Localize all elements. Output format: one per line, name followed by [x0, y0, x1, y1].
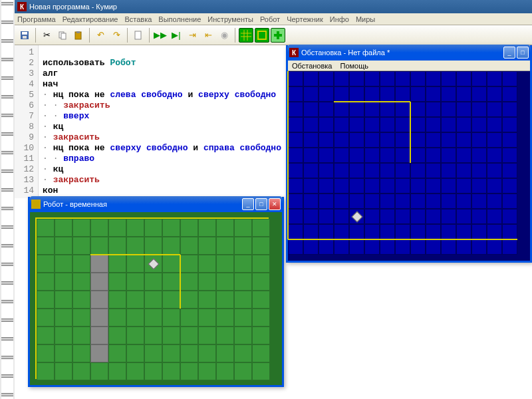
environment-window[interactable]: К Обстановка - Нет файла * _ □ Обстановк… [286, 45, 532, 263]
menu-item[interactable]: Программа [17, 15, 56, 23]
menu-item[interactable]: Инструменты [207, 15, 253, 23]
menu-item[interactable]: Выполнение [158, 15, 201, 23]
minimize-button[interactable]: _ [242, 198, 254, 210]
line-gutter: 1234567891011121314 [15, 45, 39, 198]
svg-rect-7 [135, 31, 141, 39]
menu-item[interactable]: Вставка [124, 15, 152, 23]
grid1-icon[interactable] [239, 28, 253, 43]
maximize-button[interactable]: □ [255, 198, 267, 210]
menu-item[interactable]: Обстановка [292, 62, 332, 70]
menu-item[interactable]: Миры [356, 15, 375, 23]
env-window-title[interactable]: К Обстановка - Нет файла * _ □ [287, 45, 531, 61]
robot-window-title-text: Робот - временная [43, 200, 107, 208]
robot-window-icon [31, 200, 41, 209]
robot-field[interactable] [30, 212, 282, 385]
undo-icon[interactable]: ↶ [93, 28, 108, 43]
step-icon[interactable]: ▶| [169, 28, 184, 43]
maximize-button[interactable]: □ [517, 47, 529, 59]
svg-rect-6 [76, 31, 80, 33]
env-window-title-text: Обстановка - Нет файла * [301, 49, 390, 57]
svg-rect-8 [241, 30, 251, 41]
robot-window[interactable]: Робот - временная _ □ ✕ [28, 197, 284, 387]
copy-icon[interactable] [55, 28, 70, 43]
redo-icon[interactable]: ↷ [109, 28, 124, 43]
run-icon[interactable]: ▶▶ [153, 28, 168, 43]
window-title: Новая программа - Кумир [29, 3, 117, 11]
menu-item[interactable]: Редактирование [63, 15, 118, 23]
menu-item[interactable]: Помощь [340, 62, 368, 70]
env-menubar[interactable]: ОбстановкаПомощь [288, 61, 530, 71]
app-icon: К [17, 2, 27, 11]
grid3-icon[interactable] [271, 28, 285, 43]
spiral-binding [1, 0, 13, 399]
save-icon[interactable] [17, 28, 32, 43]
main-toolbar: ✂ ↶ ↷ ▶▶ ▶| ⇥ ⇤ ◉ [15, 25, 532, 45]
env-window-icon: К [289, 48, 299, 57]
robot-window-title[interactable]: Робот - временная _ □ ✕ [29, 196, 283, 212]
svg-rect-13 [274, 34, 282, 37]
step3-icon[interactable]: ⇤ [201, 28, 215, 43]
paste-icon[interactable] [71, 28, 86, 43]
svg-rect-4 [61, 33, 66, 39]
menu-item[interactable]: Инфо [330, 15, 349, 23]
environment-field[interactable] [288, 71, 530, 261]
step2-icon[interactable]: ⇥ [185, 28, 200, 43]
cut-icon[interactable]: ✂ [39, 28, 54, 43]
main-menubar[interactable]: ПрограммаРедактированиеВставкаВыполнение… [15, 13, 532, 25]
menu-item[interactable]: Чертежник [287, 15, 323, 23]
grid2-icon[interactable] [255, 28, 269, 43]
code-area[interactable]: использовать Робот алг нач · нц пока не … [39, 45, 285, 198]
code-editor[interactable]: 1234567891011121314 использовать Робот а… [15, 45, 299, 198]
file-icon[interactable] [131, 28, 146, 43]
close-button[interactable]: ✕ [269, 198, 281, 210]
stop-icon[interactable]: ◉ [217, 28, 231, 43]
main-titlebar: К Новая программа - Кумир [15, 0, 532, 13]
svg-rect-1 [22, 32, 27, 35]
minimize-button[interactable]: _ [503, 47, 515, 59]
svg-rect-2 [23, 36, 27, 39]
menu-item[interactable]: Робот [260, 15, 280, 23]
